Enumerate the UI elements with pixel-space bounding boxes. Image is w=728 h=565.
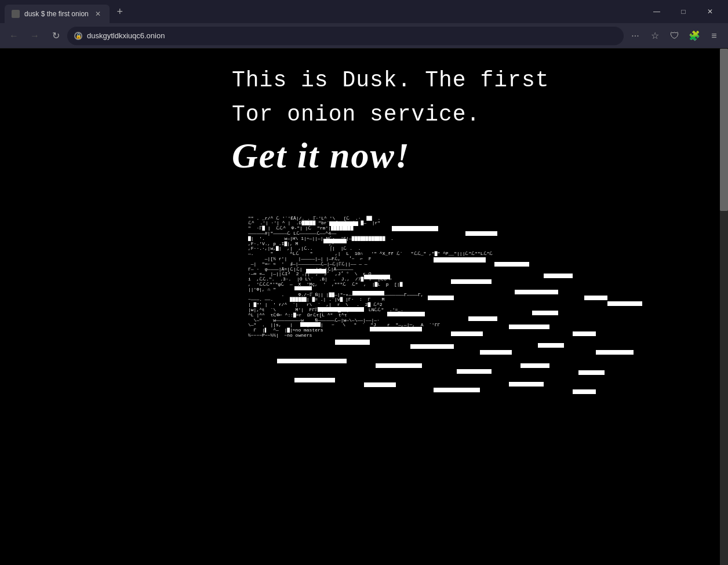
cta-heading[interactable]: Get it now! <box>232 135 728 176</box>
ascii-art: "" . _r/^ ℒ '`'ÉÂ|/. . ℾ·'L^ '\ [ℒ .· ██… <box>248 211 665 338</box>
bookmark-button[interactable]: ☆ <box>646 27 664 45</box>
active-tab[interactable]: dusk $ the first onion ✕ <box>5 5 110 23</box>
tab-close-button[interactable]: ✕ <box>93 9 103 19</box>
ascii-art-wrapper: "" . _r/^ ℒ '`'ÉÂ|/. . ℾ·'L^ '\ [ℒ .· ██… <box>248 211 665 338</box>
headline-line1: This is Dusk. The first <box>232 66 728 94</box>
page-inner: This is Dusk. The first Tor onion servic… <box>0 49 728 350</box>
back-button[interactable]: ← <box>5 27 23 45</box>
nav-right-buttons: ··· ☆ 🛡 🧩 ≡ <box>626 27 723 45</box>
title-bar: dusk $ the first onion ✕ + — □ ✕ <box>0 0 728 23</box>
tab-favicon <box>12 10 20 18</box>
minimize-button[interactable]: — <box>643 0 670 23</box>
address-bar[interactable]: 🔒 duskgytldkxiuqc6.onion <box>67 27 624 45</box>
tab-area: dusk $ the first onion ✕ + <box>0 0 639 23</box>
extension-button[interactable]: 🧩 <box>685 27 704 45</box>
page-content[interactable]: This is Dusk. The first Tor onion servic… <box>0 49 728 565</box>
maximize-button[interactable]: □ <box>670 0 697 23</box>
ascii-art-area: "" . _r/^ ℒ '`'ÉÂ|/. . ℾ·'L^ '\ [ℒ .· ██… <box>185 211 728 350</box>
tab-title: dusk $ the first onion <box>24 10 89 18</box>
browser-window: dusk $ the first onion ✕ + — □ ✕ ← → ↻ 🔒… <box>0 0 728 565</box>
refresh-button[interactable]: ↻ <box>46 27 65 45</box>
url-text: duskgytldkxiuqc6.onion <box>87 31 617 40</box>
new-tab-button[interactable]: + <box>112 3 128 20</box>
menu-button[interactable]: ≡ <box>705 27 723 45</box>
scrollbar[interactable] <box>720 49 728 565</box>
forward-button[interactable]: → <box>26 27 44 45</box>
close-button[interactable]: ✕ <box>697 0 723 23</box>
security-icon: 🔒 <box>74 32 82 40</box>
more-button[interactable]: ··· <box>626 27 645 45</box>
main-text-area: This is Dusk. The first Tor onion servic… <box>232 49 728 211</box>
navigation-bar: ← → ↻ 🔒 duskgytldkxiuqc6.onion ··· ☆ 🛡 🧩… <box>0 23 728 49</box>
headline-line2: Tor onion service. <box>232 100 728 129</box>
shield-button[interactable]: 🛡 <box>665 27 684 45</box>
scrollbar-thumb[interactable] <box>720 49 728 211</box>
window-controls: — □ ✕ <box>639 0 728 23</box>
